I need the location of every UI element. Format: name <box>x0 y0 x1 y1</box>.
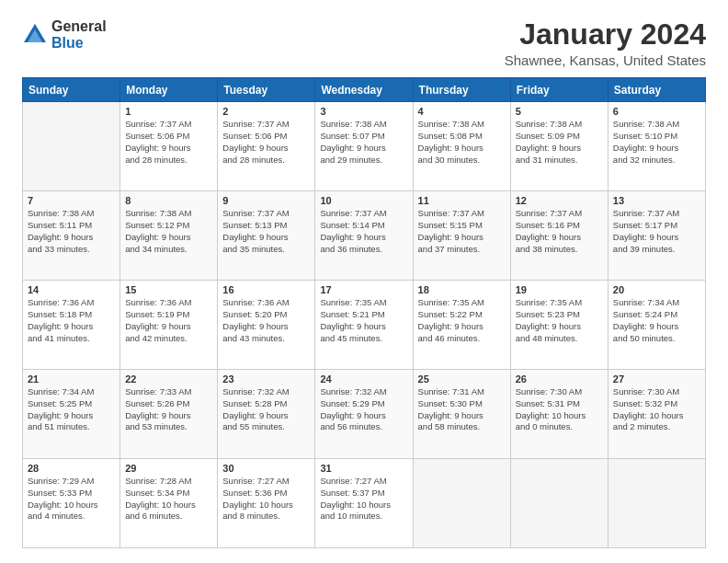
main-title: January 2024 <box>505 18 706 51</box>
day-cell <box>608 459 705 548</box>
day-number: 4 <box>418 106 506 117</box>
header-cell-thursday: Thursday <box>413 78 510 102</box>
week-row-4: 28Sunrise: 7:29 AMSunset: 5:33 PMDayligh… <box>23 459 706 548</box>
day-cell: 9Sunrise: 7:37 AMSunset: 5:13 PMDaylight… <box>218 191 315 281</box>
day-cell: 29Sunrise: 7:28 AMSunset: 5:34 PMDayligh… <box>120 459 218 548</box>
day-info: Sunrise: 7:29 AMSunset: 5:33 PMDaylight:… <box>28 476 115 523</box>
day-number: 3 <box>320 106 407 117</box>
day-cell: 23Sunrise: 7:32 AMSunset: 5:28 PMDayligh… <box>218 370 315 459</box>
week-row-3: 21Sunrise: 7:34 AMSunset: 5:25 PMDayligh… <box>23 370 706 459</box>
day-info: Sunrise: 7:38 AMSunset: 5:08 PMDaylight:… <box>418 119 506 166</box>
calendar-table: SundayMondayTuesdayWednesdayThursdayFrid… <box>22 77 706 548</box>
day-number: 12 <box>516 195 603 206</box>
day-cell: 10Sunrise: 7:37 AMSunset: 5:14 PMDayligh… <box>315 191 413 281</box>
day-number: 5 <box>516 106 603 117</box>
logo-icon <box>22 22 48 48</box>
day-cell: 24Sunrise: 7:32 AMSunset: 5:29 PMDayligh… <box>315 370 413 459</box>
day-number: 27 <box>613 373 700 385</box>
day-info: Sunrise: 7:38 AMSunset: 5:07 PMDaylight:… <box>320 119 407 166</box>
day-cell: 6Sunrise: 7:38 AMSunset: 5:10 PMDaylight… <box>608 102 705 191</box>
day-info: Sunrise: 7:33 AMSunset: 5:26 PMDaylight:… <box>125 386 212 433</box>
calendar-header: SundayMondayTuesdayWednesdayThursdayFrid… <box>23 78 706 102</box>
day-number: 17 <box>320 284 407 295</box>
day-number: 14 <box>28 284 115 295</box>
day-cell: 5Sunrise: 7:38 AMSunset: 5:09 PMDaylight… <box>510 102 608 191</box>
day-cell: 8Sunrise: 7:38 AMSunset: 5:12 PMDaylight… <box>120 191 218 281</box>
day-info: Sunrise: 7:36 AMSunset: 5:20 PMDaylight:… <box>222 297 310 344</box>
day-cell: 2Sunrise: 7:37 AMSunset: 5:06 PMDaylight… <box>218 102 315 191</box>
logo-text: General Blue <box>51 18 107 51</box>
day-cell: 21Sunrise: 7:34 AMSunset: 5:25 PMDayligh… <box>23 370 120 459</box>
day-number: 26 <box>516 373 603 385</box>
day-cell: 1Sunrise: 7:37 AMSunset: 5:06 PMDaylight… <box>120 102 218 191</box>
day-info: Sunrise: 7:38 AMSunset: 5:10 PMDaylight:… <box>613 119 700 166</box>
day-cell: 4Sunrise: 7:38 AMSunset: 5:08 PMDaylight… <box>413 102 510 191</box>
day-info: Sunrise: 7:37 AMSunset: 5:14 PMDaylight:… <box>320 208 407 255</box>
day-number: 6 <box>613 106 700 117</box>
day-number: 24 <box>320 373 407 385</box>
week-row-1: 7Sunrise: 7:38 AMSunset: 5:11 PMDaylight… <box>23 191 706 281</box>
day-cell: 15Sunrise: 7:36 AMSunset: 5:19 PMDayligh… <box>120 281 218 370</box>
day-info: Sunrise: 7:31 AMSunset: 5:30 PMDaylight:… <box>418 386 506 433</box>
day-number: 19 <box>516 284 603 295</box>
day-number: 16 <box>222 284 310 295</box>
day-cell: 31Sunrise: 7:27 AMSunset: 5:37 PMDayligh… <box>315 459 413 548</box>
day-cell: 12Sunrise: 7:37 AMSunset: 5:16 PMDayligh… <box>510 191 608 281</box>
day-info: Sunrise: 7:36 AMSunset: 5:19 PMDaylight:… <box>125 297 212 344</box>
day-info: Sunrise: 7:32 AMSunset: 5:29 PMDaylight:… <box>320 386 407 433</box>
day-info: Sunrise: 7:38 AMSunset: 5:12 PMDaylight:… <box>125 208 212 255</box>
day-cell: 3Sunrise: 7:38 AMSunset: 5:07 PMDaylight… <box>315 102 413 191</box>
day-cell: 27Sunrise: 7:30 AMSunset: 5:32 PMDayligh… <box>608 370 705 459</box>
day-info: Sunrise: 7:35 AMSunset: 5:21 PMDaylight:… <box>320 297 407 344</box>
day-number: 9 <box>222 195 310 206</box>
day-cell <box>510 459 608 548</box>
day-number: 7 <box>28 195 115 206</box>
header-cell-sunday: Sunday <box>23 78 120 102</box>
day-info: Sunrise: 7:37 AMSunset: 5:15 PMDaylight:… <box>418 208 506 255</box>
week-row-0: 1Sunrise: 7:37 AMSunset: 5:06 PMDaylight… <box>23 102 706 191</box>
subtitle: Shawnee, Kansas, United States <box>505 52 706 68</box>
day-number: 15 <box>125 284 212 295</box>
day-info: Sunrise: 7:37 AMSunset: 5:16 PMDaylight:… <box>516 208 603 255</box>
title-block: January 2024 Shawnee, Kansas, United Sta… <box>505 18 706 68</box>
day-cell: 25Sunrise: 7:31 AMSunset: 5:30 PMDayligh… <box>413 370 510 459</box>
day-cell: 18Sunrise: 7:35 AMSunset: 5:22 PMDayligh… <box>413 281 510 370</box>
day-number: 22 <box>125 373 212 385</box>
page: General Blue January 2024 Shawnee, Kansa… <box>0 0 728 563</box>
day-info: Sunrise: 7:38 AMSunset: 5:11 PMDaylight:… <box>28 208 115 255</box>
day-number: 10 <box>320 195 407 206</box>
day-info: Sunrise: 7:34 AMSunset: 5:25 PMDaylight:… <box>28 386 115 433</box>
logo-blue: Blue <box>51 35 107 52</box>
day-cell: 7Sunrise: 7:38 AMSunset: 5:11 PMDaylight… <box>23 191 120 281</box>
week-row-2: 14Sunrise: 7:36 AMSunset: 5:18 PMDayligh… <box>23 281 706 370</box>
day-number: 30 <box>222 463 310 474</box>
day-cell <box>413 459 510 548</box>
day-number: 8 <box>125 195 212 206</box>
header-cell-saturday: Saturday <box>608 78 705 102</box>
day-info: Sunrise: 7:35 AMSunset: 5:23 PMDaylight:… <box>516 297 603 344</box>
day-number: 25 <box>418 373 506 385</box>
day-info: Sunrise: 7:37 AMSunset: 5:17 PMDaylight:… <box>613 208 700 255</box>
day-cell: 22Sunrise: 7:33 AMSunset: 5:26 PMDayligh… <box>120 370 218 459</box>
calendar-body: 1Sunrise: 7:37 AMSunset: 5:06 PMDaylight… <box>23 102 706 548</box>
day-info: Sunrise: 7:37 AMSunset: 5:13 PMDaylight:… <box>222 208 310 255</box>
day-number: 2 <box>222 106 310 117</box>
header-row: SundayMondayTuesdayWednesdayThursdayFrid… <box>23 78 706 102</box>
day-info: Sunrise: 7:37 AMSunset: 5:06 PMDaylight:… <box>125 119 212 166</box>
day-number: 13 <box>613 195 700 206</box>
day-info: Sunrise: 7:36 AMSunset: 5:18 PMDaylight:… <box>28 297 115 344</box>
day-cell: 26Sunrise: 7:30 AMSunset: 5:31 PMDayligh… <box>510 370 608 459</box>
day-number: 21 <box>28 373 115 385</box>
header-cell-monday: Monday <box>120 78 218 102</box>
logo: General Blue <box>22 18 107 51</box>
day-number: 29 <box>125 463 212 474</box>
header-cell-friday: Friday <box>510 78 608 102</box>
day-info: Sunrise: 7:28 AMSunset: 5:34 PMDaylight:… <box>125 476 212 523</box>
header-cell-wednesday: Wednesday <box>315 78 413 102</box>
day-number: 28 <box>28 463 115 474</box>
day-info: Sunrise: 7:37 AMSunset: 5:06 PMDaylight:… <box>222 119 310 166</box>
day-cell: 14Sunrise: 7:36 AMSunset: 5:18 PMDayligh… <box>23 281 120 370</box>
day-info: Sunrise: 7:34 AMSunset: 5:24 PMDaylight:… <box>613 297 700 344</box>
header: General Blue January 2024 Shawnee, Kansa… <box>22 18 706 68</box>
day-cell: 13Sunrise: 7:37 AMSunset: 5:17 PMDayligh… <box>608 191 705 281</box>
